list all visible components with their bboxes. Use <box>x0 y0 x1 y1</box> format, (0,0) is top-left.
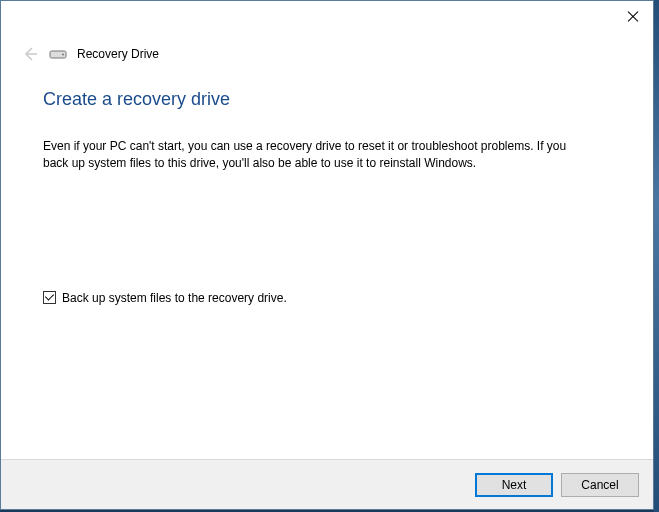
backup-checkbox-row: Back up system files to the recovery dri… <box>43 291 611 305</box>
backup-checkbox-label[interactable]: Back up system files to the recovery dri… <box>62 291 287 305</box>
next-button[interactable]: Next <box>475 473 553 497</box>
app-title: Recovery Drive <box>77 47 159 61</box>
footer: Next Cancel <box>1 459 653 509</box>
backup-checkbox[interactable] <box>43 291 56 304</box>
wizard-window: Recovery Drive Create a recovery drive E… <box>0 0 654 510</box>
header-row: Recovery Drive <box>1 33 653 63</box>
back-arrow-icon[interactable] <box>21 45 39 63</box>
content-area: Create a recovery drive Even if your PC … <box>1 63 653 459</box>
close-icon[interactable] <box>627 11 639 23</box>
window-edge-decoration <box>654 0 659 512</box>
svg-point-2 <box>62 54 64 56</box>
cancel-button[interactable]: Cancel <box>561 473 639 497</box>
titlebar <box>1 1 653 33</box>
page-description: Even if your PC can't start, you can use… <box>43 138 583 173</box>
drive-icon <box>49 48 67 60</box>
page-heading: Create a recovery drive <box>43 89 611 110</box>
